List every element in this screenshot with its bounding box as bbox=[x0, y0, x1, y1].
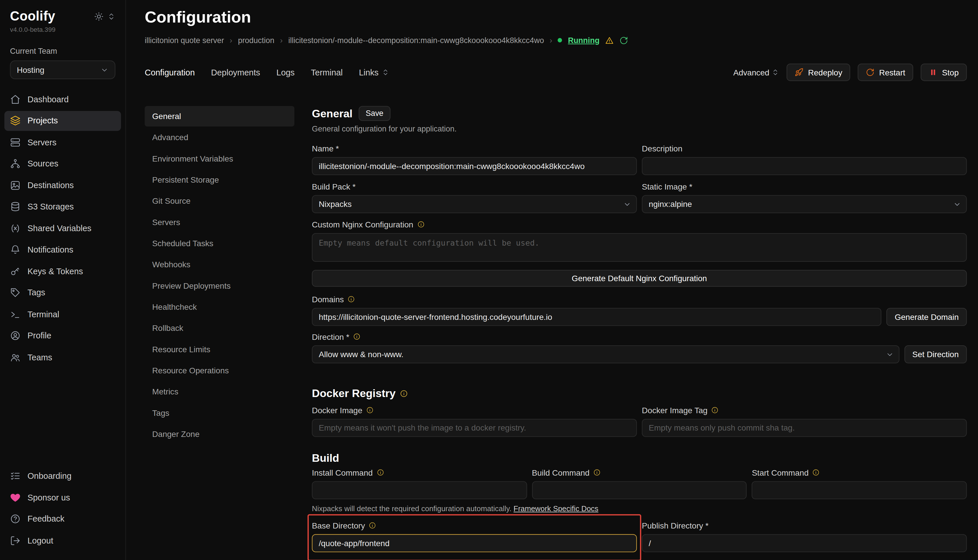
home-icon bbox=[10, 94, 21, 105]
sidebar-item-sponsor[interactable]: Sponsor us bbox=[4, 487, 121, 507]
subnav-item-metrics[interactable]: Metrics bbox=[145, 382, 294, 402]
breadcrumb-separator: › bbox=[550, 35, 552, 45]
sidebar-item-dashboard[interactable]: Dashboard bbox=[4, 89, 121, 109]
breadcrumb: illicitonion quote server › production ›… bbox=[145, 35, 967, 45]
sidebar-item-shared-variables[interactable]: Shared Variables bbox=[4, 218, 121, 238]
static-image-select[interactable]: nginx:alpine bbox=[642, 195, 967, 213]
framework-docs-link[interactable]: Framework Specific Docs bbox=[513, 504, 599, 513]
sidebar-item-teams[interactable]: Teams bbox=[4, 347, 121, 367]
sidebar-item-notifications[interactable]: Notifications bbox=[4, 240, 121, 260]
docker-registry-heading: Docker Registry bbox=[312, 387, 967, 400]
restart-label: Restart bbox=[879, 68, 905, 77]
restart-button[interactable]: Restart bbox=[858, 63, 913, 81]
tab-deployments[interactable]: Deployments bbox=[211, 68, 260, 77]
static-image-value: nginx:alpine bbox=[649, 199, 692, 208]
subnav-item-resource-operations[interactable]: Resource Operations bbox=[145, 360, 294, 381]
info-icon[interactable] bbox=[593, 469, 601, 476]
info-icon[interactable] bbox=[812, 469, 820, 476]
sidebar-item-profile[interactable]: Profile bbox=[4, 326, 121, 346]
team-selector[interactable]: Hosting bbox=[10, 60, 116, 79]
subnav-item-servers[interactable]: Servers bbox=[145, 212, 294, 232]
docker-image-input[interactable] bbox=[312, 419, 637, 437]
breadcrumb-project[interactable]: illicitonion quote server bbox=[145, 36, 224, 45]
info-icon[interactable] bbox=[711, 406, 719, 414]
logout-icon bbox=[10, 535, 21, 546]
breadcrumb-application[interactable]: illicitestonion/-module--decomposition:m… bbox=[288, 36, 544, 45]
sidebar-item-destinations[interactable]: Destinations bbox=[4, 175, 121, 195]
subnav-item-danger-zone[interactable]: Danger Zone bbox=[145, 424, 294, 444]
breadcrumb-environment[interactable]: production bbox=[238, 36, 274, 45]
subnav-item-general[interactable]: General bbox=[145, 106, 294, 127]
sidebar-item-label: Profile bbox=[27, 331, 52, 340]
subnav-item-scheduled-tasks[interactable]: Scheduled Tasks bbox=[145, 233, 294, 254]
layers-icon bbox=[10, 115, 21, 126]
generate-nginx-button[interactable]: Generate Default Nginx Configuration bbox=[312, 270, 967, 287]
subnav-item-environment-variables[interactable]: Environment Variables bbox=[145, 148, 294, 169]
direction-select[interactable]: Allow www & non-www. bbox=[312, 345, 899, 363]
sidebar-item-projects[interactable]: Projects bbox=[4, 111, 121, 131]
sidebar-item-servers[interactable]: Servers bbox=[4, 132, 121, 152]
sidebar-item-terminal[interactable]: Terminal bbox=[4, 304, 121, 324]
info-icon[interactable] bbox=[353, 333, 361, 340]
base-directory-field: Base Directory bbox=[312, 520, 637, 552]
sidebar-nav: Dashboard Projects Servers Sources Desti… bbox=[10, 89, 116, 367]
info-icon[interactable] bbox=[366, 406, 374, 414]
build-command-input[interactable] bbox=[532, 481, 747, 499]
page-title: Configuration bbox=[145, 8, 967, 27]
info-icon[interactable] bbox=[400, 390, 408, 398]
subnav-item-tags[interactable]: Tags bbox=[145, 403, 294, 423]
domains-input[interactable] bbox=[312, 308, 882, 326]
subnav-item-resource-limits[interactable]: Resource Limits bbox=[145, 339, 294, 360]
publish-directory-input[interactable] bbox=[642, 534, 967, 552]
sidebar-footer: Onboarding Sponsor us Feedback Logout bbox=[10, 466, 116, 550]
subnav-item-advanced[interactable]: Advanced bbox=[145, 127, 294, 148]
description-input[interactable] bbox=[642, 157, 967, 175]
sidebar-item-keys-tokens[interactable]: Keys & Tokens bbox=[4, 261, 121, 281]
name-input[interactable] bbox=[312, 157, 637, 175]
refresh-status-icon[interactable] bbox=[619, 36, 628, 45]
nginx-config-textarea[interactable] bbox=[312, 233, 967, 262]
sidebar-item-onboarding[interactable]: Onboarding bbox=[4, 466, 121, 486]
theme-toggle-sun-icon[interactable] bbox=[94, 12, 104, 21]
base-directory-input[interactable] bbox=[312, 534, 637, 552]
docker-registry-heading-text: Docker Registry bbox=[312, 387, 396, 400]
tab-links[interactable]: Links bbox=[359, 68, 389, 77]
tab-logs[interactable]: Logs bbox=[276, 68, 295, 77]
status-running-link[interactable]: Running bbox=[568, 36, 600, 45]
static-image-label: Static Image * bbox=[642, 182, 967, 192]
sidebar-item-label: Servers bbox=[27, 138, 57, 147]
info-icon[interactable] bbox=[376, 469, 384, 476]
help-circle-icon bbox=[10, 513, 21, 524]
subnav-item-rollback[interactable]: Rollback bbox=[145, 318, 294, 338]
docker-image-tag-input[interactable] bbox=[642, 419, 967, 437]
subnav-item-preview-deployments[interactable]: Preview Deployments bbox=[145, 275, 294, 296]
warning-icon[interactable] bbox=[605, 36, 614, 45]
sidebar-item-feedback[interactable]: Feedback bbox=[4, 509, 121, 529]
info-icon[interactable] bbox=[417, 221, 425, 228]
install-command-input[interactable] bbox=[312, 481, 527, 499]
tab-configuration[interactable]: Configuration bbox=[145, 68, 195, 77]
sidebar-item-logout[interactable]: Logout bbox=[4, 530, 121, 550]
set-direction-button[interactable]: Set Direction bbox=[904, 345, 967, 363]
save-button[interactable]: Save bbox=[359, 106, 390, 121]
tab-terminal[interactable]: Terminal bbox=[311, 68, 343, 77]
info-icon[interactable] bbox=[369, 522, 376, 529]
generate-domain-button[interactable]: Generate Domain bbox=[887, 308, 967, 326]
subnav-item-persistent-storage[interactable]: Persistent Storage bbox=[145, 170, 294, 190]
subnav-item-healthcheck[interactable]: Healthcheck bbox=[145, 297, 294, 317]
app-logo[interactable]: Coolify bbox=[10, 9, 55, 24]
start-command-input[interactable] bbox=[752, 481, 967, 499]
redeploy-button[interactable]: Redeploy bbox=[787, 63, 851, 81]
sidebar-item-tags[interactable]: Tags bbox=[4, 283, 121, 303]
stop-button[interactable]: Stop bbox=[921, 63, 967, 81]
subnav-item-git-source[interactable]: Git Source bbox=[145, 191, 294, 211]
sidebar-item-sources[interactable]: Sources bbox=[4, 154, 121, 174]
build-pack-select[interactable]: Nixpacks bbox=[312, 195, 637, 213]
sidebar-item-s3-storages[interactable]: S3 Storages bbox=[4, 197, 121, 217]
chevrons-up-down-icon[interactable] bbox=[107, 12, 115, 20]
sidebar-item-label: Notifications bbox=[27, 245, 74, 254]
sidebar-item-label: Dashboard bbox=[27, 95, 69, 104]
advanced-toggle[interactable]: Advanced bbox=[733, 68, 779, 77]
subnav-item-webhooks[interactable]: Webhooks bbox=[145, 254, 294, 275]
info-icon[interactable] bbox=[348, 295, 355, 303]
